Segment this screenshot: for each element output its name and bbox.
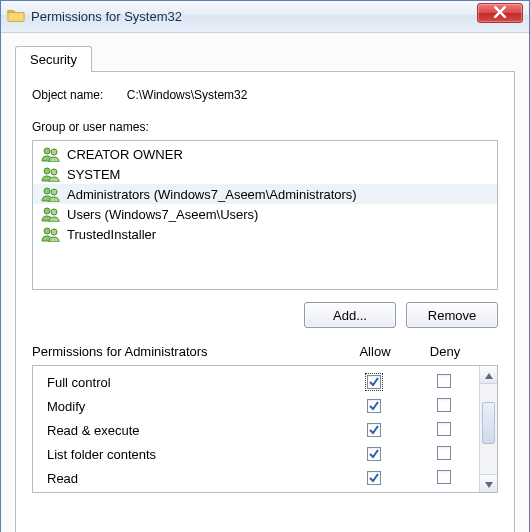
principal-row[interactable]: SYSTEM: [33, 164, 497, 184]
security-panel: Object name: C:\Windows\System32 Group o…: [15, 71, 515, 532]
principal-name: Users (Windows7_Aseem\Users): [67, 207, 258, 222]
permissions-dialog: Permissions for System32 Security Object…: [0, 0, 530, 532]
principal-name: SYSTEM: [67, 167, 120, 182]
group-icon: [41, 166, 61, 182]
chevron-down-icon: [485, 477, 493, 491]
permission-name: Read & execute: [33, 423, 339, 438]
column-allow-header: Allow: [340, 344, 410, 359]
deny-checkbox[interactable]: [437, 446, 451, 460]
permission-row: Modify: [33, 394, 479, 418]
group-icon: [41, 226, 61, 242]
principal-name: TrustedInstaller: [67, 227, 156, 242]
group-icon: [41, 186, 61, 202]
permission-row: Read & execute: [33, 418, 479, 442]
scrollbar[interactable]: [479, 366, 497, 492]
allow-cell: [339, 447, 409, 462]
allow-checkbox[interactable]: [367, 447, 381, 461]
titlebar[interactable]: Permissions for System32: [1, 1, 529, 33]
add-button[interactable]: Add...: [304, 302, 396, 328]
principal-buttons: Add... Remove: [32, 302, 498, 328]
deny-cell: [409, 470, 479, 487]
permission-row: List folder contents: [33, 442, 479, 466]
permissions-for-label: Permissions for Administrators: [32, 344, 340, 359]
client-area: Security Object name: C:\Windows\System3…: [1, 33, 529, 532]
svg-point-5: [51, 189, 57, 195]
permission-name: List folder contents: [33, 447, 339, 462]
principal-name: CREATOR OWNER: [67, 147, 183, 162]
remove-button[interactable]: Remove: [406, 302, 498, 328]
permissions-scroll-area[interactable]: Full controlModifyRead & executeList fol…: [33, 366, 479, 492]
close-icon: [494, 6, 506, 21]
svg-point-6: [44, 208, 50, 214]
tab-security[interactable]: Security: [15, 46, 92, 72]
deny-checkbox[interactable]: [437, 422, 451, 436]
permission-name: Modify: [33, 399, 339, 414]
principal-row[interactable]: CREATOR OWNER: [33, 144, 497, 164]
group-icon: [41, 206, 61, 222]
permission-name: Full control: [33, 375, 339, 390]
svg-point-9: [51, 229, 57, 235]
scroll-thumb[interactable]: [482, 402, 495, 444]
object-name-label: Object name:: [32, 88, 103, 102]
principal-row[interactable]: TrustedInstaller: [33, 224, 497, 244]
deny-cell: [409, 422, 479, 439]
deny-checkbox[interactable]: [437, 398, 451, 412]
folder-icon: [7, 8, 25, 26]
permission-row: Full control: [33, 370, 479, 394]
svg-point-7: [51, 209, 57, 215]
principal-row[interactable]: Users (Windows7_Aseem\Users): [33, 204, 497, 224]
permissions-header: Permissions for Administrators Allow Den…: [32, 344, 498, 359]
close-button[interactable]: [477, 3, 523, 23]
deny-cell: [409, 374, 479, 391]
svg-point-0: [44, 148, 50, 154]
allow-cell: [339, 423, 409, 438]
allow-checkbox[interactable]: [367, 471, 381, 485]
allow-checkbox[interactable]: [367, 399, 381, 413]
group-users-label: Group or user names:: [32, 120, 498, 134]
deny-checkbox[interactable]: [437, 374, 451, 388]
svg-point-1: [51, 149, 57, 155]
principal-name: Administrators (Windows7_Aseem\Administr…: [67, 187, 357, 202]
allow-cell: [339, 471, 409, 486]
allow-checkbox[interactable]: [367, 375, 381, 389]
column-deny-header: Deny: [410, 344, 480, 359]
allow-cell: [339, 375, 409, 390]
permission-name: Read: [33, 471, 339, 486]
object-name-value: C:\Windows\System32: [127, 88, 248, 102]
principal-row[interactable]: Administrators (Windows7_Aseem\Administr…: [33, 184, 497, 204]
svg-point-8: [44, 228, 50, 234]
permissions-listbox: Full controlModifyRead & executeList fol…: [32, 365, 498, 493]
svg-point-3: [51, 169, 57, 175]
allow-checkbox[interactable]: [367, 423, 381, 437]
deny-cell: [409, 446, 479, 463]
svg-point-2: [44, 168, 50, 174]
svg-point-4: [44, 188, 50, 194]
scroll-up-button[interactable]: [480, 366, 497, 384]
group-icon: [41, 146, 61, 162]
object-name-row: Object name: C:\Windows\System32: [32, 88, 498, 102]
deny-cell: [409, 398, 479, 415]
principals-listbox[interactable]: CREATOR OWNER SYSTEM Administrators (Win…: [32, 140, 498, 290]
permission-row: Read: [33, 466, 479, 490]
chevron-up-icon: [485, 368, 493, 382]
tabstrip: Security: [15, 45, 515, 71]
scroll-track[interactable]: [480, 384, 497, 474]
deny-checkbox[interactable]: [437, 470, 451, 484]
window-title: Permissions for System32: [31, 9, 182, 24]
allow-cell: [339, 399, 409, 414]
scroll-down-button[interactable]: [480, 474, 497, 492]
